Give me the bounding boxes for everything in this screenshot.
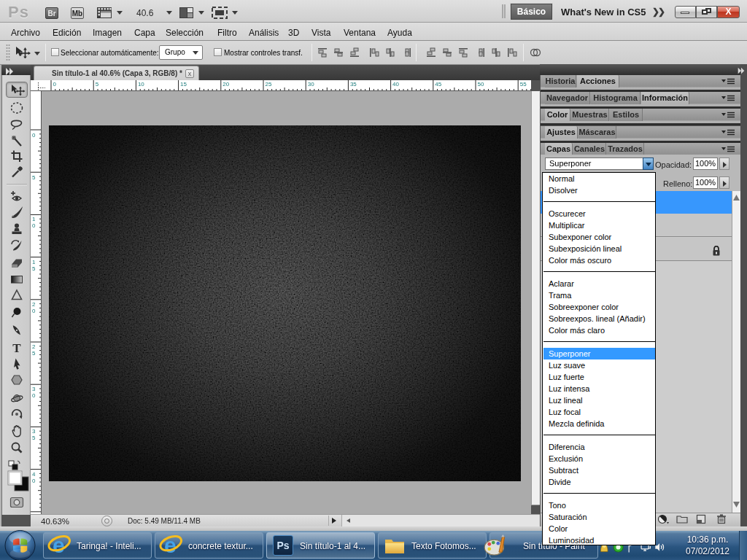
svg-text:35: 35	[350, 81, 357, 88]
svg-text:2: 2	[32, 343, 36, 350]
svg-text:15: 15	[180, 81, 187, 88]
svg-text:10: 10	[138, 81, 144, 88]
svg-text:0: 0	[53, 81, 57, 88]
svg-text:3: 3	[32, 386, 36, 392]
svg-text:T: T	[12, 341, 21, 355]
svg-text:5: 5	[32, 350, 36, 357]
svg-text:0: 0	[32, 308, 36, 314]
svg-text:2: 2	[32, 301, 36, 308]
svg-text:50: 50	[478, 81, 484, 88]
svg-text:0: 0	[32, 478, 36, 484]
svg-text:0: 0	[32, 222, 36, 229]
svg-text:25: 25	[266, 81, 272, 88]
svg-text:5: 5	[32, 265, 36, 272]
svg-text:45: 45	[435, 81, 441, 88]
svg-text:5: 5	[32, 435, 36, 441]
svg-text:40: 40	[392, 81, 399, 88]
svg-text:1: 1	[32, 259, 36, 265]
svg-text:5: 5	[96, 81, 99, 88]
svg-text:0: 0	[32, 392, 36, 399]
svg-text:55: 55	[520, 81, 527, 88]
svg-text:0: 0	[32, 132, 36, 139]
svg-text:5: 5	[32, 174, 36, 181]
svg-text:1: 1	[32, 216, 36, 222]
svg-text:4: 4	[32, 471, 36, 478]
svg-text:20: 20	[222, 81, 229, 88]
svg-text:30: 30	[308, 81, 314, 88]
svg-text:3: 3	[32, 428, 36, 435]
